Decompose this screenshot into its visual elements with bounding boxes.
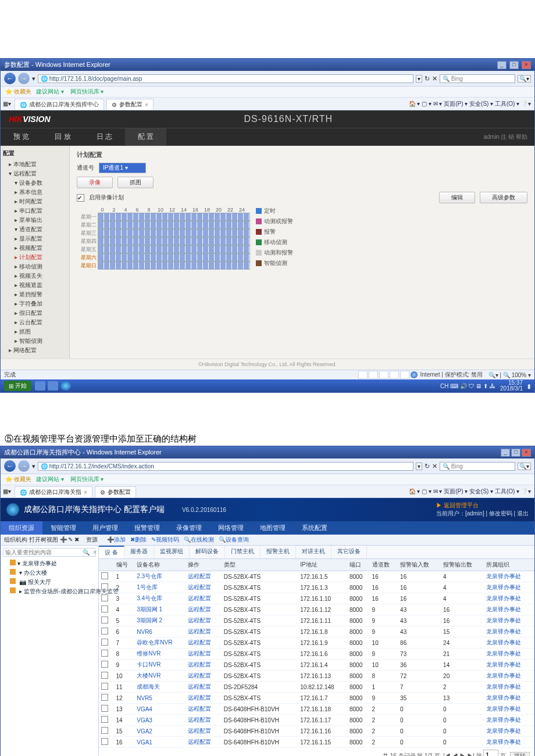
nav-playback[interactable]: 回 放 (42, 128, 83, 145)
close-button[interactable]: × (522, 61, 531, 69)
zoom-control[interactable]: 🔍▾ | 🔍 100% ▾ (488, 372, 531, 378)
schedule-row[interactable]: 星期四 (77, 237, 250, 245)
fwd2[interactable]: → (18, 460, 30, 472)
menu-item[interactable]: 组织资源 (1, 521, 42, 535)
table-row[interactable]: 11成都海关远程配置DS-2DF528410.82.12.1488000172龙… (99, 682, 534, 693)
subtab[interactable]: 服务器 (124, 546, 154, 558)
close2[interactable]: × (522, 449, 531, 457)
table-row[interactable]: 15VGA2远程配置DS-6408HFH-B10VH172.16.1.16800… (99, 726, 534, 737)
row-checkbox[interactable] (101, 672, 108, 679)
subtab[interactable]: 门禁主机 (225, 546, 261, 558)
start-button[interactable]: ⊞ 开始 (4, 381, 31, 391)
sidebar-item[interactable]: ▸ 基本信息 (3, 188, 67, 197)
sidebar-item[interactable]: ▸ 本地配置 (3, 160, 67, 169)
nav-log[interactable]: 日 志 (84, 128, 125, 145)
sidebar-item[interactable]: ▸ 计划配置 (3, 253, 67, 262)
tree-node[interactable]: ▸ 监管作业场所-成都公路口岸海关监管 (3, 587, 96, 596)
sidebar-item[interactable]: ▸ 网络配置 (3, 346, 67, 355)
table-row[interactable]: 33.4号仓库远程配置DS-52BX-4TS172.16.1.108000161… (99, 593, 534, 604)
row-checkbox[interactable] (101, 694, 108, 701)
schedule-row[interactable]: 星期一 (77, 213, 250, 221)
schedule-row[interactable]: 星期二 (77, 221, 250, 229)
table-row[interactable]: 8维修NVR远程配置DS-52BX-4TS172.16.1.6800097321… (99, 648, 534, 660)
refresh-icon[interactable]: ↻ (425, 75, 430, 83)
tree-node[interactable]: 📷 报关大厅 (3, 578, 96, 587)
table-row[interactable]: 14VGA3远程配置DS-6408HFH-B10VH172.16.1.17800… (99, 715, 534, 726)
toolbar-left[interactable]: 组织机构 打开树视图 ➕ ✎ ✖ (4, 536, 79, 544)
sidebar-item[interactable]: ▸ 显示配置 (3, 234, 67, 243)
schedule-row[interactable]: 星期日 (77, 261, 250, 270)
max2[interactable]: □ (511, 449, 520, 457)
sidebar-item[interactable]: ▸ 时间配置 (3, 197, 67, 206)
table-row[interactable]: 12.3号仓库远程配置DS-52BX-4TS172.16.1.580001616… (99, 571, 534, 582)
sidebar-item[interactable]: ▸ 抓图 (3, 327, 67, 336)
sidebar-item[interactable]: ▸ 移动侦测 (3, 262, 67, 271)
advanced-button[interactable]: 高级参数 (480, 192, 527, 203)
row-checkbox[interactable] (101, 617, 108, 624)
toolbar-action[interactable]: 🔍设备查询 (219, 536, 249, 543)
sidebar-item[interactable]: ▸ 智能侦测 (3, 336, 67, 346)
sidebar-item[interactable]: ▾ 远程配置 (3, 169, 67, 178)
toolbar-action[interactable]: ➕添加 (107, 536, 126, 543)
sidebar-item[interactable]: ▸ 视频丢失 (3, 271, 67, 281)
command-bar[interactable]: 🏠 ▾ ▢ ▾ ✉ ▾ 页面(P) ▾ 安全(S) ▾ 工具(O) ▾ ❔▾ (405, 99, 534, 109)
capture-tab[interactable]: 抓图 (117, 177, 154, 188)
tree-search[interactable]: 🔍× (3, 548, 96, 557)
subtab[interactable]: 其它设备 (331, 546, 367, 558)
browser-tab-2[interactable]: ⚙ 参数配置 × (106, 99, 154, 110)
minimize-button[interactable]: _ (497, 61, 507, 69)
back-button[interactable]: ← (4, 73, 16, 84)
browser-tab-1[interactable]: 🌐 成都公路口岸海关指挥中心 (15, 99, 104, 110)
url-input[interactable]: 🌐 http://172.16.1.8/doc/page/main.asp (38, 74, 413, 83)
toolbar-action[interactable]: 🔍在线检测 (184, 536, 214, 543)
menu-item[interactable]: 网络管理 (210, 521, 252, 535)
stop-icon[interactable]: ✕ (432, 75, 437, 83)
search-input[interactable]: 🔍 Bing (440, 74, 515, 83)
fav-link-1[interactable]: 建议网站 ▾ (36, 88, 64, 95)
row-checkbox[interactable] (101, 727, 108, 734)
nav-config[interactable]: 配 置 (125, 128, 166, 145)
schedule-row[interactable]: 星期六 (77, 253, 250, 261)
table-row[interactable]: 16VGA1远程配置DS-6408HFH-B10VH172.16.1.15800… (99, 737, 534, 748)
sidebar-item[interactable]: ▸ 串口配置 (3, 206, 67, 216)
table-row[interactable]: 53期国网 2远程配置DS-52BX-4TS172.16.1.118000943… (99, 615, 534, 626)
close-tab-icon[interactable]: × (145, 102, 148, 108)
sidebar-item[interactable]: ▸ 字符叠加 (3, 299, 67, 309)
table-row[interactable]: 43期国网 1远程配置DS-52BX-4TS172.16.1.128000943… (99, 604, 534, 615)
maximize-button[interactable]: □ (509, 61, 519, 69)
subtab[interactable]: 解码设备 (190, 546, 225, 558)
fav-link-2[interactable]: 网页快讯库 ▾ (70, 88, 104, 95)
ql-2[interactable] (48, 381, 58, 390)
sidebar-item[interactable]: ▸ 遮挡报警 (3, 290, 67, 299)
nav-preview[interactable]: 预 览 (1, 128, 42, 145)
row-checkbox[interactable] (101, 738, 108, 745)
back2[interactable]: ← (4, 460, 16, 472)
sidebar-item[interactable]: ▸ 视频配置 (3, 243, 67, 253)
enable-checkbox[interactable]: ✔ (77, 194, 84, 202)
ql-1[interactable] (35, 381, 45, 390)
tab2-2[interactable]: ⚙ 参数配置 (95, 486, 136, 497)
refresh2[interactable]: ↻ (425, 463, 430, 470)
search-go[interactable]: 🔍▾ (518, 75, 531, 83)
schedule-row[interactable]: 星期五 (77, 245, 250, 253)
go-button[interactable]: 跳转 (510, 752, 530, 756)
table-row[interactable]: 21号仓库远程配置DS-52BX-4TS172.16.1.3800016164龙… (99, 582, 534, 593)
menu-item[interactable]: 系统配置 (294, 521, 336, 535)
menu-item[interactable]: 用户管理 (84, 521, 126, 535)
dropdown-icon[interactable]: ▾ (32, 75, 35, 83)
sidebar-item[interactable]: ▸ 视频遮盖 (3, 281, 67, 290)
subtab[interactable]: 设 备 (99, 546, 124, 558)
sidebar-item[interactable]: ▾ 通道配置 (3, 225, 67, 234)
min2[interactable]: _ (501, 449, 510, 457)
row-checkbox[interactable] (101, 572, 108, 579)
tree-node[interactable]: ▾ 办公大楼 (3, 568, 96, 578)
tree-search-input[interactable] (3, 549, 81, 556)
table-row[interactable]: 7蓉欧仓库NVR远程配置DS-52BX-4TS172.16.1.98000108… (99, 637, 534, 648)
stop2[interactable]: ✕ (432, 463, 437, 470)
row-checkbox[interactable] (101, 705, 108, 712)
row-checkbox[interactable] (101, 639, 108, 646)
url-input-2[interactable]: 🌐 http://172.16.1.2/index/CMS/index.acti… (38, 462, 413, 471)
sidebar-item[interactable]: ▾ 设备参数 (3, 178, 67, 188)
row-checkbox[interactable] (101, 583, 108, 590)
row-checkbox[interactable] (101, 716, 108, 723)
